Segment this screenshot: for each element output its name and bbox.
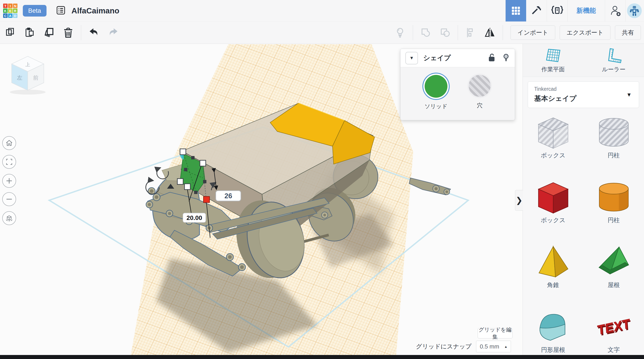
chevron-up-icon: ▲ <box>504 345 508 348</box>
plus-icon <box>6 177 13 184</box>
ruler-tool[interactable]: ルーラー <box>584 44 644 77</box>
dimension-depth-label[interactable]: 26 <box>216 191 241 201</box>
ungroup-button[interactable] <box>438 25 452 40</box>
design-properties-button[interactable] <box>56 5 66 16</box>
home-view-button[interactable] <box>2 136 16 150</box>
view-cube[interactable]: 上 左 前 <box>10 56 46 94</box>
snap-grid-select[interactable]: 0.5 mm ▲ <box>476 341 511 352</box>
orange-cylinder-icon <box>595 178 632 216</box>
ruler-icon <box>606 47 622 64</box>
logo-tile: N <box>13 4 18 8</box>
dashboard-button[interactable] <box>506 0 526 22</box>
lightbulb-icon <box>395 27 405 38</box>
workplane-icon <box>545 47 562 64</box>
codeblocks-icon <box>552 5 563 16</box>
solid-color-swatch <box>425 75 448 98</box>
shape-tile-label: 角錐 <box>547 281 559 289</box>
rear-right-arm[interactable] <box>409 178 450 195</box>
copy-button[interactable] <box>3 25 18 40</box>
sidebar-collapse-tab[interactable]: ❯ <box>515 190 523 210</box>
lock-button[interactable] <box>488 54 496 63</box>
align-button[interactable] <box>463 25 478 40</box>
logo-tile: R <box>13 8 18 13</box>
height-handle-red[interactable] <box>204 196 210 202</box>
hole-swatch <box>469 75 490 97</box>
svg-text:前: 前 <box>33 75 38 81</box>
svg-text:左: 左 <box>17 75 22 81</box>
shape-tile-pyramid[interactable]: 角錐 <box>523 244 584 308</box>
shape-tile-label: ボックス <box>541 151 566 160</box>
codeblocks-button[interactable] <box>547 0 567 22</box>
mirror-button[interactable] <box>482 25 497 40</box>
adjust-button[interactable] <box>393 25 408 40</box>
shape-panel-header: ▼ シェイプ <box>400 49 515 67</box>
undo-button[interactable] <box>86 25 101 40</box>
paste-button[interactable] <box>22 25 37 40</box>
design-title[interactable]: AlfaCaimano <box>72 6 120 15</box>
hole-option[interactable]: 穴 <box>469 75 490 109</box>
cyan-round-roof-icon <box>534 308 572 346</box>
invite-button[interactable] <box>605 0 626 22</box>
delete-button[interactable] <box>61 25 76 40</box>
shapes-sidebar: 作業平面 ルーラー Tinkercad 基本シェイプ ▼ ボックス 円柱 <box>522 44 644 359</box>
snap-grid-value: 0.5 mm <box>480 343 499 350</box>
shape-tile-round-roof[interactable]: 円形屋根 <box>523 308 584 359</box>
shape-tile-text[interactable]: TEXT TEXT 文字 <box>584 308 644 359</box>
tinkercad-logo[interactable]: T I N K E R C A D <box>3 4 18 18</box>
yellow-pyramid-icon <box>534 244 572 281</box>
pickaxe-icon <box>531 5 542 16</box>
zoom-in-button[interactable] <box>2 174 16 188</box>
perspective-toggle-button[interactable] <box>2 211 16 225</box>
shape-tile-label: 円形屋根 <box>541 346 565 354</box>
solid-option[interactable]: ソリッド <box>425 75 448 110</box>
bulb-icon <box>502 54 510 62</box>
shape-grid: ボックス 円柱 ボックス 円柱 <box>523 109 644 359</box>
svg-text:26: 26 <box>224 192 232 200</box>
avatar <box>627 3 642 18</box>
duplicate-icon <box>44 27 54 38</box>
zoom-out-button[interactable] <box>2 192 16 206</box>
import-button[interactable]: インポート <box>510 26 555 40</box>
hide-button[interactable] <box>502 54 510 63</box>
shape-tile-box[interactable]: ボックス <box>523 178 584 244</box>
export-button[interactable]: エクスポート <box>560 26 610 40</box>
ruler-label: ルーラー <box>602 66 626 73</box>
redo-button[interactable] <box>106 25 120 40</box>
unlock-icon <box>488 54 496 62</box>
toolbar-separator <box>413 25 413 40</box>
share-button[interactable]: 共有 <box>615 26 641 40</box>
shape-tile-label: ボックス <box>541 216 566 224</box>
shape-tile-label: 円柱 <box>608 151 620 160</box>
shape-tile-roof[interactable]: 屋根 <box>584 244 644 308</box>
shape-tile-cylinder[interactable]: 円柱 <box>584 178 644 244</box>
ungroup-icon <box>440 27 450 38</box>
shape-tile-label: 屋根 <box>608 281 620 289</box>
shape-library-dropdown[interactable]: Tinkercad 基本シェイプ ▼ <box>528 81 639 108</box>
shape-tile-cylinder-hole[interactable]: 円柱 <box>584 114 644 178</box>
fit-view-button[interactable] <box>2 155 16 169</box>
snap-grid-label: グリッドにスナップ <box>416 342 472 350</box>
green-roof-icon <box>595 244 632 281</box>
duplicate-button[interactable] <box>42 25 56 40</box>
toolbar-separator <box>81 25 81 40</box>
edit-toolbar: インポート エクスポート 共有 <box>0 22 644 44</box>
edit-grid-button[interactable]: グリッドを編集 <box>478 328 512 338</box>
mirror-icon <box>484 27 496 38</box>
solid-label: ソリッド <box>425 102 448 110</box>
shape-tile-label: 文字 <box>608 346 620 354</box>
dashboard-grid-icon <box>511 6 521 16</box>
logo-tile: K <box>3 8 8 13</box>
collapse-panel-button[interactable]: ▼ <box>406 52 418 64</box>
striped-cylinder-icon <box>595 114 632 151</box>
shape-inspector-panel: ▼ シェイプ ソリッド 穴 <box>400 49 515 120</box>
group-button[interactable] <box>418 25 433 40</box>
shape-tile-box-hole[interactable]: ボックス <box>523 114 584 178</box>
copy-icon <box>5 27 16 38</box>
account-menu[interactable] <box>626 0 644 22</box>
align-icon <box>466 28 476 38</box>
minecraft-export-button[interactable] <box>526 0 547 22</box>
dimension-width-label[interactable]: 20.00 <box>183 213 206 222</box>
workplane-tool[interactable]: 作業平面 <box>523 44 584 77</box>
toolbar-separator <box>503 25 503 40</box>
new-features-link[interactable]: 新機能 <box>567 0 605 22</box>
